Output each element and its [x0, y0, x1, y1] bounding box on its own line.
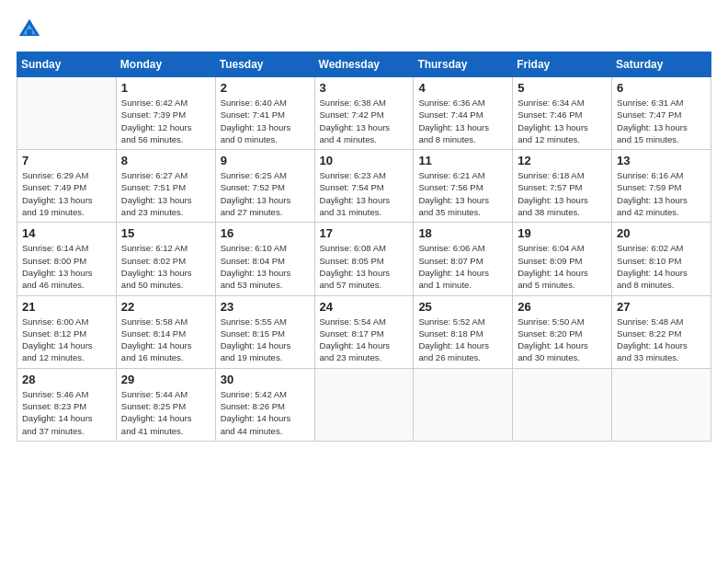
- day-info: Sunrise: 6:31 AM Sunset: 7:47 PM Dayligh…: [617, 97, 707, 145]
- calendar-cell: 7Sunrise: 6:29 AM Sunset: 7:49 PM Daylig…: [17, 150, 117, 223]
- day-number: 16: [221, 226, 311, 240]
- day-info: Sunrise: 6:10 AM Sunset: 8:04 PM Dayligh…: [221, 242, 311, 291]
- day-number: 18: [418, 226, 508, 240]
- day-number: 7: [22, 154, 112, 167]
- calendar-cell: 21Sunrise: 6:00 AM Sunset: 8:12 PM Dayli…: [17, 295, 117, 368]
- calendar-cell: 27Sunrise: 5:48 AM Sunset: 8:22 PM Dayli…: [612, 295, 711, 368]
- calendar-cell: 2Sunrise: 6:40 AM Sunset: 7:41 PM Daylig…: [215, 77, 314, 150]
- day-info: Sunrise: 5:58 AM Sunset: 8:14 PM Dayligh…: [121, 316, 211, 364]
- calendar-cell: [612, 368, 711, 441]
- day-info: Sunrise: 5:55 AM Sunset: 8:15 PM Dayligh…: [221, 316, 311, 364]
- day-info: Sunrise: 6:34 AM Sunset: 7:46 PM Dayligh…: [518, 97, 608, 145]
- weekday-header-saturday: Saturday: [612, 52, 711, 77]
- day-info: Sunrise: 6:02 AM Sunset: 8:10 PM Dayligh…: [617, 242, 707, 291]
- day-number: 10: [320, 154, 410, 167]
- day-number: 9: [221, 154, 311, 167]
- day-number: 15: [121, 226, 211, 240]
- day-number: 20: [617, 226, 707, 240]
- calendar-cell: 28Sunrise: 5:46 AM Sunset: 8:23 PM Dayli…: [17, 368, 117, 441]
- logo-icon: [17, 17, 42, 42]
- day-info: Sunrise: 6:04 AM Sunset: 8:09 PM Dayligh…: [518, 242, 608, 291]
- calendar-cell: 16Sunrise: 6:10 AM Sunset: 8:04 PM Dayli…: [215, 223, 314, 295]
- calendar-cell: 13Sunrise: 6:16 AM Sunset: 7:59 PM Dayli…: [612, 150, 711, 223]
- calendar-week-row: 21Sunrise: 6:00 AM Sunset: 8:12 PM Dayli…: [17, 295, 711, 368]
- day-info: Sunrise: 6:08 AM Sunset: 8:05 PM Dayligh…: [320, 242, 410, 291]
- calendar-cell: 24Sunrise: 5:54 AM Sunset: 8:17 PM Dayli…: [314, 295, 414, 368]
- day-info: Sunrise: 6:38 AM Sunset: 7:42 PM Dayligh…: [320, 97, 410, 145]
- day-number: 22: [121, 300, 211, 314]
- calendar-week-row: 7Sunrise: 6:29 AM Sunset: 7:49 PM Daylig…: [17, 150, 711, 223]
- day-info: Sunrise: 5:44 AM Sunset: 8:25 PM Dayligh…: [121, 388, 211, 437]
- calendar-cell: 8Sunrise: 6:27 AM Sunset: 7:51 PM Daylig…: [116, 150, 215, 223]
- day-info: Sunrise: 6:00 AM Sunset: 8:12 PM Dayligh…: [22, 316, 112, 364]
- calendar-cell: [17, 77, 117, 150]
- day-number: 23: [221, 300, 311, 314]
- day-info: Sunrise: 6:21 AM Sunset: 7:56 PM Dayligh…: [418, 169, 508, 218]
- day-number: 12: [518, 154, 608, 167]
- day-number: 3: [320, 81, 410, 95]
- calendar-cell: [314, 368, 414, 441]
- weekday-header-tuesday: Tuesday: [215, 52, 314, 77]
- day-number: 5: [518, 81, 608, 95]
- calendar-cell: 30Sunrise: 5:42 AM Sunset: 8:26 PM Dayli…: [215, 368, 314, 441]
- weekday-header-friday: Friday: [513, 52, 612, 77]
- day-number: 2: [221, 81, 311, 95]
- day-info: Sunrise: 5:46 AM Sunset: 8:23 PM Dayligh…: [22, 388, 112, 437]
- day-number: 30: [221, 373, 311, 386]
- calendar-cell: [414, 368, 513, 441]
- day-number: 19: [518, 226, 608, 240]
- day-number: 28: [22, 373, 112, 386]
- day-number: 24: [320, 300, 410, 314]
- day-info: Sunrise: 6:12 AM Sunset: 8:02 PM Dayligh…: [121, 242, 211, 291]
- calendar-cell: 19Sunrise: 6:04 AM Sunset: 8:09 PM Dayli…: [513, 223, 612, 295]
- day-info: Sunrise: 6:42 AM Sunset: 7:39 PM Dayligh…: [121, 97, 211, 145]
- day-number: 11: [418, 154, 508, 167]
- page: SundayMondayTuesdayWednesdayThursdayFrid…: [0, 0, 728, 563]
- day-info: Sunrise: 5:52 AM Sunset: 8:18 PM Dayligh…: [418, 316, 508, 364]
- day-info: Sunrise: 5:54 AM Sunset: 8:17 PM Dayligh…: [320, 316, 410, 364]
- day-info: Sunrise: 5:42 AM Sunset: 8:26 PM Dayligh…: [221, 388, 311, 437]
- calendar-body: 1Sunrise: 6:42 AM Sunset: 7:39 PM Daylig…: [17, 77, 711, 442]
- day-number: 25: [418, 300, 508, 314]
- calendar-cell: 14Sunrise: 6:14 AM Sunset: 8:00 PM Dayli…: [17, 223, 117, 295]
- calendar-cell: 9Sunrise: 6:25 AM Sunset: 7:52 PM Daylig…: [215, 150, 314, 223]
- calendar-cell: 17Sunrise: 6:08 AM Sunset: 8:05 PM Dayli…: [314, 223, 414, 295]
- calendar-cell: 5Sunrise: 6:34 AM Sunset: 7:46 PM Daylig…: [513, 77, 612, 150]
- logo: [17, 17, 46, 42]
- calendar-cell: 15Sunrise: 6:12 AM Sunset: 8:02 PM Dayli…: [116, 223, 215, 295]
- day-number: 13: [617, 154, 707, 167]
- day-number: 1: [121, 81, 211, 95]
- svg-rect-2: [27, 29, 32, 36]
- calendar-cell: 11Sunrise: 6:21 AM Sunset: 7:56 PM Dayli…: [414, 150, 513, 223]
- calendar-week-row: 14Sunrise: 6:14 AM Sunset: 8:00 PM Dayli…: [17, 223, 711, 295]
- day-info: Sunrise: 6:36 AM Sunset: 7:44 PM Dayligh…: [418, 97, 508, 145]
- calendar-cell: 23Sunrise: 5:55 AM Sunset: 8:15 PM Dayli…: [215, 295, 314, 368]
- day-info: Sunrise: 6:18 AM Sunset: 7:57 PM Dayligh…: [518, 169, 608, 218]
- calendar-header: SundayMondayTuesdayWednesdayThursdayFrid…: [17, 52, 711, 77]
- day-info: Sunrise: 6:40 AM Sunset: 7:41 PM Dayligh…: [221, 97, 311, 145]
- weekday-header-monday: Monday: [116, 52, 215, 77]
- calendar-week-row: 1Sunrise: 6:42 AM Sunset: 7:39 PM Daylig…: [17, 77, 711, 150]
- calendar-table: SundayMondayTuesdayWednesdayThursdayFrid…: [17, 52, 711, 442]
- calendar-cell: 1Sunrise: 6:42 AM Sunset: 7:39 PM Daylig…: [116, 77, 215, 150]
- calendar-cell: 29Sunrise: 5:44 AM Sunset: 8:25 PM Dayli…: [116, 368, 215, 441]
- calendar-cell: 25Sunrise: 5:52 AM Sunset: 8:18 PM Dayli…: [414, 295, 513, 368]
- day-info: Sunrise: 5:48 AM Sunset: 8:22 PM Dayligh…: [617, 316, 707, 364]
- day-info: Sunrise: 6:16 AM Sunset: 7:59 PM Dayligh…: [617, 169, 707, 218]
- day-number: 26: [518, 300, 608, 314]
- day-info: Sunrise: 6:06 AM Sunset: 8:07 PM Dayligh…: [418, 242, 508, 291]
- day-info: Sunrise: 6:23 AM Sunset: 7:54 PM Dayligh…: [320, 169, 410, 218]
- calendar-cell: 22Sunrise: 5:58 AM Sunset: 8:14 PM Dayli…: [116, 295, 215, 368]
- calendar-cell: 6Sunrise: 6:31 AM Sunset: 7:47 PM Daylig…: [612, 77, 711, 150]
- calendar-cell: 10Sunrise: 6:23 AM Sunset: 7:54 PM Dayli…: [314, 150, 414, 223]
- calendar-cell: 20Sunrise: 6:02 AM Sunset: 8:10 PM Dayli…: [612, 223, 711, 295]
- day-info: Sunrise: 6:27 AM Sunset: 7:51 PM Dayligh…: [121, 169, 211, 218]
- calendar-cell: 12Sunrise: 6:18 AM Sunset: 7:57 PM Dayli…: [513, 150, 612, 223]
- day-info: Sunrise: 6:25 AM Sunset: 7:52 PM Dayligh…: [221, 169, 311, 218]
- day-number: 14: [22, 226, 112, 240]
- calendar-cell: 18Sunrise: 6:06 AM Sunset: 8:07 PM Dayli…: [414, 223, 513, 295]
- calendar-cell: 26Sunrise: 5:50 AM Sunset: 8:20 PM Dayli…: [513, 295, 612, 368]
- calendar-cell: 4Sunrise: 6:36 AM Sunset: 7:44 PM Daylig…: [414, 77, 513, 150]
- calendar-cell: [513, 368, 612, 441]
- weekday-header-thursday: Thursday: [414, 52, 513, 77]
